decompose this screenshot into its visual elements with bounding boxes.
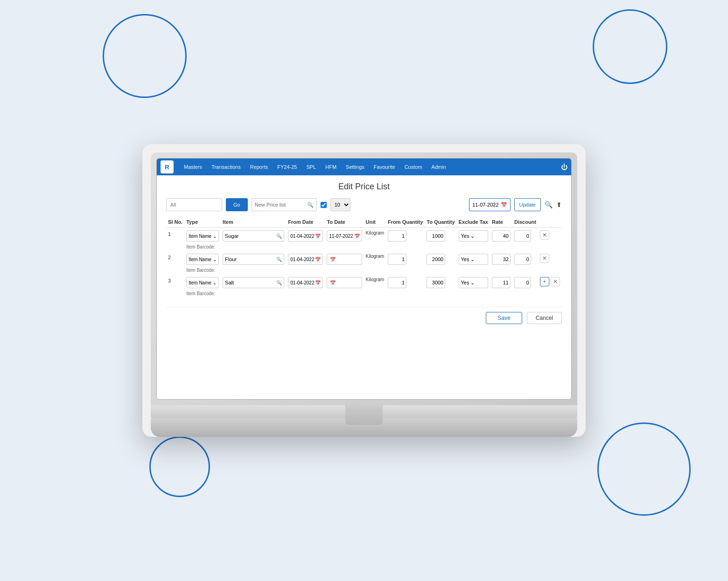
rate-cell-2 xyxy=(490,251,512,266)
rate-cell-1 xyxy=(490,228,512,243)
rate-input-2[interactable] xyxy=(492,254,511,265)
row-num-2: 2 xyxy=(166,251,184,266)
discount-input-2[interactable] xyxy=(514,254,531,265)
fromdate-input-1[interactable]: 01-04-2022 📅 xyxy=(288,230,323,242)
item-cell-2: 🔍 xyxy=(221,251,286,266)
col-actions xyxy=(538,217,562,228)
fromqty-cell-1 xyxy=(386,228,425,243)
discount-input-3[interactable] xyxy=(514,277,531,288)
rate-input-1[interactable] xyxy=(492,230,511,242)
unit-cell-2: Kilogram xyxy=(364,251,386,266)
fromqty-cell-2 xyxy=(386,251,425,266)
search-button[interactable]: 🔍 xyxy=(545,201,553,208)
item-search-icon-1: 🔍 xyxy=(276,234,282,239)
discount-input-1[interactable] xyxy=(514,230,531,242)
screen-bezel: R Masters Transactions Reports FY24-25 S… xyxy=(151,152,577,405)
update-button[interactable]: Update xyxy=(514,198,541,211)
nav-transactions[interactable]: Transactions xyxy=(207,164,245,170)
toqty-input-2[interactable] xyxy=(427,254,445,265)
todate-input-2[interactable]: 📅 xyxy=(327,254,362,265)
item-input-wrap-3[interactable]: 🔍 xyxy=(223,277,284,288)
fromdate-cal-icon-1[interactable]: 📅 xyxy=(315,234,321,239)
calendar-icon[interactable]: 📅 xyxy=(501,202,507,208)
delete-row-button-3[interactable]: ✕ xyxy=(551,277,560,286)
type-dropdown-1[interactable]: Item Name ⌄ xyxy=(186,230,219,242)
delete-row-button-1[interactable]: ✕ xyxy=(540,230,549,240)
go-button[interactable]: Go xyxy=(226,198,248,211)
excludetax-select-1[interactable]: Yes ⌄ xyxy=(459,230,488,242)
cancel-button[interactable]: Cancel xyxy=(527,312,562,324)
todate-cal-icon-3[interactable]: 📅 xyxy=(330,280,336,285)
discount-cell-3 xyxy=(512,274,538,290)
col-excludetax: Exclude Tax xyxy=(457,217,490,228)
checkbox-filter[interactable] xyxy=(321,202,327,208)
row-num-1: 1 xyxy=(166,228,184,243)
excludetax-select-3[interactable]: Yes ⌄ xyxy=(459,277,488,288)
col-rate: Rate xyxy=(490,217,512,228)
item-input-1[interactable] xyxy=(225,233,276,239)
date-value: 11-07-2022 xyxy=(472,202,498,208)
fromqty-input-3[interactable] xyxy=(388,277,406,288)
power-button[interactable]: ⏻ xyxy=(561,163,567,171)
nav-settings[interactable]: Settings xyxy=(341,164,369,170)
barcode-row-2: Item Barcode: xyxy=(166,266,562,274)
fromdate-input-3[interactable]: 01-04-2022 📅 xyxy=(288,277,323,288)
todate-input-3[interactable]: 📅 xyxy=(327,277,362,288)
toqty-input-1[interactable] xyxy=(427,230,445,242)
col-fromqty: From Quantity xyxy=(386,217,425,228)
nav-reports[interactable]: Reports xyxy=(245,164,273,170)
todate-cal-icon-2[interactable]: 📅 xyxy=(330,257,336,262)
type-cell-2: Item Name ⌄ xyxy=(184,251,221,266)
fromdate-cal-icon-2[interactable]: 📅 xyxy=(315,257,321,262)
item-input-2[interactable] xyxy=(225,256,276,262)
todate-cal-icon-1[interactable]: 📅 xyxy=(354,234,360,239)
todate-cell-3: 📅 xyxy=(325,274,364,290)
price-list-select[interactable]: New Price list 🔍 xyxy=(252,198,317,211)
type-dropdown-2[interactable]: Item Name ⌄ xyxy=(186,254,219,265)
nav-admin[interactable]: Admin xyxy=(427,164,451,170)
filter-input[interactable] xyxy=(166,198,222,211)
rate-input-3[interactable] xyxy=(492,277,511,288)
excludetax-cell-1: Yes ⌄ xyxy=(457,228,490,243)
fromdate-cal-icon-3[interactable]: 📅 xyxy=(315,280,321,285)
fromdate-cell-3: 01-04-2022 📅 xyxy=(286,274,325,290)
laptop-outer: R Masters Transactions Reports FY24-25 S… xyxy=(142,144,586,437)
item-input-wrap-2[interactable]: 🔍 xyxy=(223,254,284,265)
nav-fy2425[interactable]: FY24-25 xyxy=(273,164,301,170)
deco-circle-bl xyxy=(149,436,210,497)
save-button[interactable]: Save xyxy=(486,312,522,324)
item-search-icon-3: 🔍 xyxy=(276,280,282,285)
col-todate: To Date xyxy=(325,217,364,228)
add-row-button-3[interactable]: + xyxy=(540,277,549,286)
nav-hfm[interactable]: HFM xyxy=(321,164,341,170)
nav-custom[interactable]: Custom xyxy=(400,164,427,170)
toolbar: Go New Price list 🔍 10 25 50 11-07-2022 xyxy=(166,198,562,211)
excludetax-select-2[interactable]: Yes ⌄ xyxy=(459,254,488,265)
barcode-row-1: Item Barcode: xyxy=(166,243,562,251)
fromdate-input-2[interactable]: 01-04-2022 📅 xyxy=(288,254,323,265)
discount-cell-1 xyxy=(512,228,538,243)
type-cell-1: Item Name ⌄ xyxy=(184,228,221,243)
rows-select[interactable]: 10 25 50 xyxy=(330,198,350,211)
todate-cell-1: 11-07-2022 📅 xyxy=(325,228,364,243)
item-input-wrap-1[interactable]: 🔍 xyxy=(223,230,284,242)
app-content: Edit Price List Go New Price list 🔍 10 2… xyxy=(157,175,571,399)
toqty-input-3[interactable] xyxy=(427,277,445,288)
app-navbar: R Masters Transactions Reports FY24-25 S… xyxy=(157,159,571,175)
export-button[interactable]: ⬆ xyxy=(556,201,562,208)
item-input-3[interactable] xyxy=(225,280,276,285)
todate-input-1[interactable]: 11-07-2022 📅 xyxy=(327,230,362,242)
fromqty-input-2[interactable] xyxy=(388,254,406,265)
nav-spl[interactable]: SPL xyxy=(301,164,321,170)
type-dropdown-3[interactable]: Item Name ⌄ xyxy=(186,277,219,288)
toolbar-right: 🔍 ⬆ xyxy=(545,201,562,208)
discount-cell-2 xyxy=(512,251,538,266)
nav-favourite[interactable]: Favourite xyxy=(369,164,400,170)
excludetax-cell-3: Yes ⌄ xyxy=(457,274,490,290)
toqty-cell-2 xyxy=(425,251,456,266)
fromdate-cell-1: 01-04-2022 📅 xyxy=(286,228,325,243)
nav-masters[interactable]: Masters xyxy=(179,164,207,170)
delete-row-button-2[interactable]: ✕ xyxy=(540,254,549,263)
fromqty-input-1[interactable] xyxy=(388,230,406,242)
table-row: 2 Item Name ⌄ 🔍 01-04-2022 📅 📅 xyxy=(166,251,562,266)
